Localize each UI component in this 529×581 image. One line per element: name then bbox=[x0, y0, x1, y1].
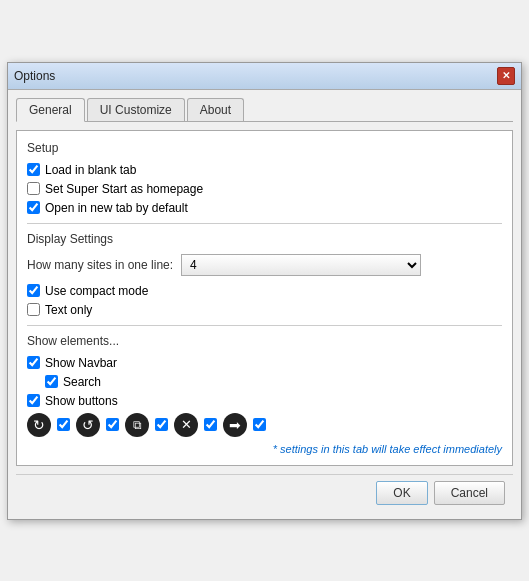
text-only-label: Text only bbox=[45, 303, 92, 317]
show-elements-label: Show elements... bbox=[27, 334, 502, 348]
sites-per-line-row: How many sites in one line: 2 3 4 5 6 bbox=[27, 254, 502, 276]
setup-option-1: Load in blank tab bbox=[27, 163, 502, 177]
ok-button[interactable]: OK bbox=[376, 481, 427, 505]
display-label: Display Settings bbox=[27, 232, 502, 246]
text-only-row: Text only bbox=[27, 303, 502, 317]
show-buttons-checkbox[interactable] bbox=[27, 394, 40, 407]
sites-per-line-select[interactable]: 2 3 4 5 6 bbox=[181, 254, 421, 276]
btn-check-2[interactable] bbox=[106, 418, 119, 431]
window-title: Options bbox=[14, 69, 55, 83]
sites-per-line-label: How many sites in one line: bbox=[27, 258, 173, 272]
title-bar: Options ✕ bbox=[8, 63, 521, 90]
open-new-tab-label: Open in new tab by default bbox=[45, 201, 188, 215]
open-new-tab-checkbox[interactable] bbox=[27, 201, 40, 214]
main-content: General UI Customize About Setup Load in… bbox=[8, 90, 521, 519]
tab-ui-customize[interactable]: UI Customize bbox=[87, 98, 185, 121]
button-icons-row: ↻ ↺ ⧉ ✕ ➡ bbox=[27, 413, 502, 437]
btn-icon-2[interactable]: ↺ bbox=[76, 413, 100, 437]
show-navbar-row: Show Navbar bbox=[27, 356, 502, 370]
btn-check-1[interactable] bbox=[57, 418, 70, 431]
show-navbar-label: Show Navbar bbox=[45, 356, 117, 370]
btn-icon-1[interactable]: ↻ bbox=[27, 413, 51, 437]
show-buttons-row: Show buttons bbox=[27, 394, 502, 408]
super-start-homepage-label: Set Super Start as homepage bbox=[45, 182, 203, 196]
show-navbar-checkbox[interactable] bbox=[27, 356, 40, 369]
btn-check-3[interactable] bbox=[155, 418, 168, 431]
setup-label: Setup bbox=[27, 141, 502, 155]
super-start-homepage-checkbox[interactable] bbox=[27, 182, 40, 195]
compact-mode-checkbox[interactable] bbox=[27, 284, 40, 297]
btn-check-4[interactable] bbox=[204, 418, 217, 431]
btn-icon-4[interactable]: ✕ bbox=[174, 413, 198, 437]
setup-option-2: Set Super Start as homepage bbox=[27, 182, 502, 196]
tab-general[interactable]: General bbox=[16, 98, 85, 122]
close-button[interactable]: ✕ bbox=[497, 67, 515, 85]
footer-bar: OK Cancel bbox=[16, 474, 513, 511]
divider-1 bbox=[27, 223, 502, 224]
compact-mode-row: Use compact mode bbox=[27, 284, 502, 298]
divider-2 bbox=[27, 325, 502, 326]
search-row: Search bbox=[45, 375, 502, 389]
options-window: Options ✕ General UI Customize About Set… bbox=[7, 62, 522, 520]
tab-about[interactable]: About bbox=[187, 98, 244, 121]
main-panel: Setup Load in blank tab Set Super Start … bbox=[16, 130, 513, 466]
load-blank-tab-checkbox[interactable] bbox=[27, 163, 40, 176]
note-text: * settings in this tab will take effect … bbox=[27, 443, 502, 455]
cancel-button[interactable]: Cancel bbox=[434, 481, 505, 505]
load-blank-tab-label: Load in blank tab bbox=[45, 163, 136, 177]
setup-option-3: Open in new tab by default bbox=[27, 201, 502, 215]
search-label: Search bbox=[63, 375, 101, 389]
text-only-checkbox[interactable] bbox=[27, 303, 40, 316]
btn-icon-5[interactable]: ➡ bbox=[223, 413, 247, 437]
show-buttons-label: Show buttons bbox=[45, 394, 118, 408]
btn-icon-3[interactable]: ⧉ bbox=[125, 413, 149, 437]
search-checkbox[interactable] bbox=[45, 375, 58, 388]
compact-mode-label: Use compact mode bbox=[45, 284, 148, 298]
btn-check-5[interactable] bbox=[253, 418, 266, 431]
tab-bar: General UI Customize About bbox=[16, 98, 513, 122]
